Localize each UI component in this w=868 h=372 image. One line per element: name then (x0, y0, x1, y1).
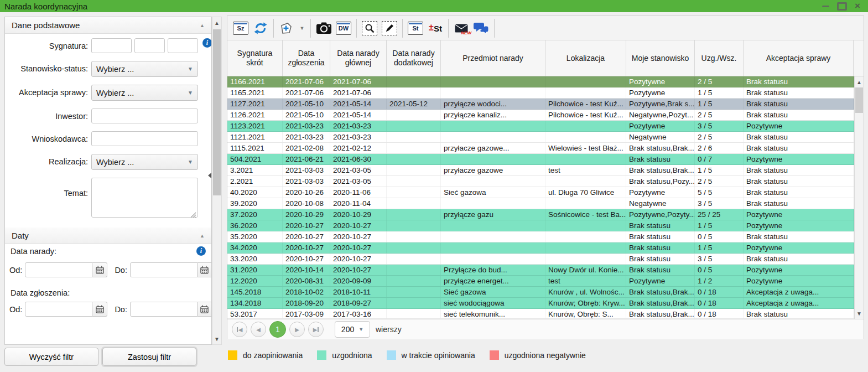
table-row[interactable]: 53.20172017-03-092017-03-16sieć telekomu… (227, 309, 864, 319)
table-row[interactable]: 34.20202020-10-272020-10-27Brak statusu1… (227, 242, 864, 254)
filter-panel-scrollbar[interactable]: ▲ ▼ (212, 17, 222, 345)
table-cell: test (545, 165, 626, 175)
column-header[interactable]: Przedmiot narady (441, 40, 545, 76)
table-row[interactable]: 1127.20212021-05-102021-05-142021-05-12p… (227, 99, 864, 110)
column-header[interactable]: Data zgłoszenia (283, 40, 330, 76)
scroll-down-icon[interactable]: ▼ (212, 334, 221, 344)
akceptacja-sprawy-select[interactable]: Wybierz ... ▼ (91, 85, 198, 101)
table-row[interactable]: 37.20202020-10-292020-10-29przyłącze gaz… (227, 209, 864, 220)
current-page-button[interactable]: 1 (269, 321, 286, 338)
page-size-select[interactable]: 200 ▼ (335, 321, 370, 338)
table-row[interactable]: 1165.20212021-07-062021-07-06Pozytywne1 … (227, 87, 864, 99)
table-row[interactable]: 145.20182018-10-022018-10-11Sieć gazowaK… (227, 287, 864, 298)
table-cell: Brak statusu (744, 165, 854, 175)
first-page-button[interactable]: ◀ (232, 322, 247, 337)
dw-window-button[interactable]: DW (334, 18, 354, 38)
table-row[interactable]: 33.20202020-10-272020-10-27Brak statusu3… (227, 254, 864, 265)
section-header-dane-podstawowe[interactable]: Dane podstawowe ▲ (5, 17, 211, 34)
table-cell: Negatywne,Pozyt... (626, 110, 695, 120)
apply-filter-button[interactable]: Zastosuj filtr (102, 348, 196, 366)
scroll-up-icon[interactable]: ▲ (212, 18, 221, 28)
wnioskodawca-input[interactable] (91, 131, 198, 146)
table-row[interactable]: 134.20182018-09-202018-09-27sieć wodocią… (227, 298, 864, 309)
st-plusminus-button[interactable]: ±St (425, 18, 445, 38)
table-row[interactable]: 1115.20212021-02-082021-02-12przyłacze g… (227, 143, 864, 154)
panel-collapse-arrow[interactable] (208, 173, 211, 178)
do-label: Do: (115, 266, 127, 275)
data-narady-do-input[interactable] (130, 262, 197, 277)
calendar-button[interactable] (92, 302, 107, 317)
table-cell (387, 132, 441, 142)
calendar-button[interactable] (92, 262, 107, 277)
section-header-daty[interactable]: Daty ▲ (5, 228, 211, 244)
last-page-button[interactable]: ▶ (308, 322, 324, 337)
table-row[interactable]: 12.20202020-08-312020-09-09przyłącze ene… (227, 276, 864, 287)
stanowisko-status-select[interactable]: Wybierz ... ▼ (91, 61, 198, 77)
legend-color-swatch (317, 350, 326, 360)
table-cell: 1115.2021 (227, 143, 283, 153)
add-geometry-button[interactable] (277, 18, 297, 38)
info-icon[interactable]: i (202, 38, 212, 48)
table-row[interactable]: 1126.20212021-05-102021-05-14przyłącze k… (227, 110, 864, 121)
table-cell: 2020-10-27 (330, 265, 387, 275)
chat-button[interactable] (471, 18, 491, 38)
area-edit-button[interactable] (380, 18, 399, 38)
prev-page-button[interactable]: ◀ (251, 322, 266, 337)
table-cell: 2 / 5 (695, 76, 744, 87)
data-zgloszenia-do-input[interactable] (130, 302, 197, 317)
temat-textarea[interactable] (91, 178, 198, 218)
table-row[interactable]: 36.20202020-10-272020-10-27Brak statusu1… (227, 220, 864, 231)
area-search-button[interactable] (360, 18, 380, 38)
table-cell: 1 / 5 (695, 87, 744, 98)
data-narady-od-input[interactable] (25, 262, 92, 277)
table-scrollbar[interactable]: ▲▼ (854, 76, 864, 319)
clear-filter-button[interactable]: Wyczyść filtr (4, 348, 98, 366)
calendar-icon (200, 266, 209, 274)
column-header[interactable]: Data narady dodatkowej (387, 40, 441, 76)
column-header[interactable]: Akceptacja sprawy (744, 40, 854, 76)
scrollbar-thumb[interactable] (213, 29, 221, 195)
sygnatura-input-3[interactable] (168, 38, 198, 53)
inwestor-input[interactable] (91, 108, 198, 123)
sz-window-button[interactable]: Sz (231, 18, 251, 38)
column-header[interactable]: Uzg./Wsz. (695, 40, 744, 76)
calendar-button[interactable] (197, 302, 212, 317)
column-header[interactable]: Sygnatura skrót (227, 40, 283, 76)
sygnatura-input-2[interactable] (134, 38, 165, 53)
minimize-icon[interactable] (822, 6, 829, 7)
table-row[interactable]: 1121.20212021-03-232021-03-23Negatywne2 … (227, 132, 864, 143)
refresh-button[interactable] (251, 18, 271, 38)
new-message-button[interactable]: NEW (451, 18, 471, 38)
table-cell: Brak statusu,Brak... (626, 287, 695, 297)
next-page-button[interactable]: ▶ (289, 322, 305, 337)
snapshot-button[interactable] (314, 18, 334, 38)
st-window-button[interactable]: St (406, 18, 425, 38)
table-cell: 3 / 5 (695, 121, 744, 131)
table-row[interactable]: 1166.20212021-07-062021-07-06Pozytywne2 … (227, 76, 864, 87)
maximize-icon[interactable] (837, 2, 847, 11)
table-row[interactable]: 504.20212021-06-212021-06-30Brak statusu… (227, 154, 864, 165)
table-cell: Pozytywne,Brak s... (626, 99, 695, 109)
scrollbar-thumb[interactable] (855, 87, 863, 113)
resize-handle-icon[interactable] (190, 212, 196, 218)
column-header[interactable]: Lokalizacja (545, 40, 626, 76)
close-icon[interactable]: × (855, 2, 860, 10)
scroll-up-icon[interactable]: ▲ (855, 77, 864, 87)
table-row[interactable]: 2.20212021-03-032021-03-05Brak statusu,P… (227, 176, 864, 187)
table-row[interactable]: 3.20212021-03-032021-03-05przyłacze gazo… (227, 165, 864, 176)
column-header[interactable]: Moje stanowisko (626, 40, 695, 76)
realizacja-select[interactable]: Wybierz ... ▼ (91, 154, 198, 170)
table-row[interactable]: 35.20202020-10-272020-10-27Brak statusu0… (227, 231, 864, 242)
table-row[interactable]: 40.20202020-10-262020-11-06Sieć gazowaul… (227, 187, 864, 198)
table-row[interactable]: 31.20202020-10-142020-10-27Przyłącze do … (227, 265, 864, 276)
table-row[interactable]: 39.20202020-10-082020-11-04Negatywne3 / … (227, 198, 864, 209)
scroll-down-icon[interactable]: ▼ (855, 308, 864, 318)
column-header[interactable]: Data narady głównej (330, 40, 387, 76)
table-row[interactable]: 1123.20212021-03-232021-03-23Pozytywne3 … (227, 121, 864, 132)
add-geometry-dropdown[interactable]: ▼ (297, 18, 308, 38)
calendar-button[interactable] (197, 262, 212, 277)
info-icon[interactable]: i (196, 246, 206, 256)
sygnatura-input-1[interactable] (91, 38, 132, 53)
data-zgloszenia-od-input[interactable] (25, 302, 92, 317)
filter-panel: Dane podstawowe ▲ Sygnatura: i Stanowisk… (4, 17, 212, 345)
